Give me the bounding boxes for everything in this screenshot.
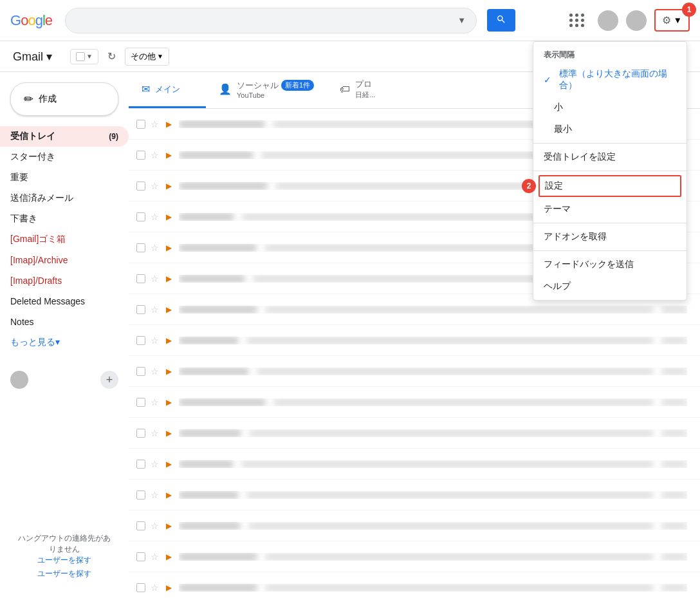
social-tab-icon: 👤 bbox=[219, 83, 232, 95]
star-icon[interactable]: ☆ bbox=[151, 366, 161, 377]
email-row[interactable]: ☆ ▶ bbox=[129, 541, 700, 572]
density-smallest[interactable]: 最小 bbox=[533, 118, 686, 140]
sidebar-item-more[interactable]: もっと見る▾ bbox=[0, 332, 129, 353]
main-tab-icon: ✉ bbox=[142, 83, 150, 95]
important-label: 重要 bbox=[10, 172, 118, 183]
row-checkbox[interactable] bbox=[136, 460, 145, 469]
star-icon[interactable]: ☆ bbox=[151, 119, 161, 129]
promo-tab-content: プロ 日経... bbox=[355, 79, 375, 100]
tab-main[interactable]: ✉ メイン bbox=[129, 72, 206, 108]
search-bar[interactable]: ▼ bbox=[65, 8, 477, 33]
email-subject bbox=[273, 398, 654, 406]
density-small[interactable]: 小 bbox=[533, 97, 686, 118]
row-checkbox[interactable] bbox=[136, 521, 145, 530]
search-input[interactable] bbox=[73, 15, 457, 26]
email-subject bbox=[249, 429, 654, 437]
add-account-button[interactable]: + bbox=[100, 371, 118, 389]
find-users-link-2[interactable]: ユーザーを探す bbox=[37, 569, 91, 578]
social-tab-sub: YouTube bbox=[237, 91, 314, 99]
star-icon[interactable]: ☆ bbox=[151, 150, 161, 160]
compose-button[interactable]: ✏ 作成 bbox=[10, 82, 118, 116]
settings-label: 設定 bbox=[545, 180, 563, 192]
row-checkbox[interactable] bbox=[136, 367, 145, 376]
star-icon[interactable]: ☆ bbox=[151, 181, 161, 191]
gmail-label[interactable]: Gmail ▾ bbox=[13, 50, 52, 64]
checkbox-dropdown[interactable]: ▼ bbox=[86, 53, 93, 60]
row-checkbox[interactable] bbox=[136, 151, 145, 160]
theme-item[interactable]: テーマ bbox=[533, 198, 686, 220]
tab-social[interactable]: 👤 ソーシャル 新着1件 YouTube bbox=[206, 72, 327, 108]
row-checkbox[interactable] bbox=[136, 491, 145, 500]
inbox-config-item[interactable]: 受信トレイを設定 bbox=[533, 146, 686, 168]
star-icon[interactable]: ☆ bbox=[151, 428, 161, 438]
inbox-config-section: 受信トレイを設定 bbox=[533, 144, 686, 171]
row-checkbox[interactable] bbox=[136, 552, 145, 561]
row-checkbox[interactable] bbox=[136, 212, 145, 221]
email-sender bbox=[179, 368, 249, 375]
row-checkbox[interactable] bbox=[136, 336, 145, 345]
email-time bbox=[661, 398, 687, 406]
email-row[interactable]: ☆ ▶ bbox=[129, 418, 700, 449]
email-row[interactable]: ☆ ▶ bbox=[129, 325, 700, 356]
select-all-checkbox[interactable]: ▼ bbox=[70, 49, 98, 64]
email-sender bbox=[179, 275, 245, 283]
row-checkbox[interactable] bbox=[136, 398, 145, 407]
sidebar-item-notes[interactable]: Notes bbox=[0, 312, 129, 332]
checkbox-icon bbox=[76, 52, 85, 61]
star-icon[interactable]: ☆ bbox=[151, 521, 161, 531]
row-checkbox[interactable] bbox=[136, 274, 145, 283]
sidebar-item-imap-drafts[interactable]: [Imap]/Drafts bbox=[0, 270, 129, 291]
sidebar-item-archive[interactable]: [Imap]/Archive bbox=[0, 250, 129, 270]
row-checkbox[interactable] bbox=[136, 243, 145, 252]
star-icon[interactable]: ☆ bbox=[151, 274, 161, 284]
star-icon[interactable]: ☆ bbox=[151, 459, 161, 469]
important-icon: ▶ bbox=[166, 120, 174, 129]
star-icon[interactable]: ☆ bbox=[151, 490, 161, 500]
email-row[interactable]: ☆ ▶ bbox=[129, 449, 700, 480]
feedback-item[interactable]: フィードバックを送信 bbox=[533, 254, 686, 276]
email-sender bbox=[179, 213, 234, 221]
user-avatar-header[interactable] bbox=[626, 10, 647, 31]
sidebar-item-sent[interactable]: 送信済みメール bbox=[0, 188, 129, 209]
density-standard[interactable]: 標準（より大きな画面の場合） bbox=[533, 63, 686, 97]
sidebar-item-inbox[interactable]: 受信トレイ (9) bbox=[0, 126, 129, 147]
star-icon[interactable]: ☆ bbox=[151, 583, 161, 593]
row-checkbox[interactable] bbox=[136, 182, 145, 191]
row-checkbox[interactable] bbox=[136, 120, 145, 129]
email-row[interactable]: ☆ ▶ bbox=[129, 387, 700, 418]
tab-promo[interactable]: 🏷 プロ 日経... bbox=[327, 72, 404, 108]
search-dropdown-icon[interactable]: ▼ bbox=[457, 15, 466, 25]
more-button[interactable]: その他 ▼ bbox=[125, 48, 169, 66]
search-button[interactable] bbox=[487, 9, 515, 32]
email-subject bbox=[246, 337, 654, 344]
account-avatar[interactable] bbox=[598, 10, 618, 31]
inbox-config-label: 受信トレイを設定 bbox=[544, 151, 616, 163]
sidebar-item-trash[interactable]: [Gmail]ゴミ箱 bbox=[0, 229, 129, 250]
star-icon[interactable]: ☆ bbox=[151, 243, 161, 253]
refresh-button[interactable]: ↻ bbox=[104, 46, 120, 66]
settings-item[interactable]: 設定 2 bbox=[539, 175, 681, 197]
row-checkbox[interactable] bbox=[136, 583, 145, 592]
important-icon: ▶ bbox=[166, 521, 174, 530]
important-icon: ▶ bbox=[166, 274, 174, 283]
row-checkbox[interactable] bbox=[136, 429, 145, 438]
imap-drafts-label: [Imap]/Drafts bbox=[10, 276, 118, 286]
sidebar-item-deleted[interactable]: Deleted Messages bbox=[0, 291, 129, 312]
star-icon[interactable]: ☆ bbox=[151, 397, 161, 407]
sidebar-item-drafts[interactable]: 下書き bbox=[0, 209, 129, 229]
sidebar-item-starred[interactable]: スター付き bbox=[0, 147, 129, 167]
help-item[interactable]: ヘルプ bbox=[533, 276, 686, 297]
star-icon[interactable]: ☆ bbox=[151, 335, 161, 346]
sidebar-item-important[interactable]: 重要 bbox=[0, 167, 129, 188]
apps-icon[interactable] bbox=[564, 8, 590, 33]
email-row[interactable]: ☆ ▶ bbox=[129, 480, 700, 510]
find-users-link[interactable]: ユーザーを探す bbox=[37, 556, 91, 565]
email-row[interactable]: ☆ ▶ bbox=[129, 510, 700, 541]
star-icon[interactable]: ☆ bbox=[151, 212, 161, 222]
star-icon[interactable]: ☆ bbox=[151, 304, 161, 315]
email-row[interactable]: ☆ ▶ bbox=[129, 356, 700, 387]
email-row[interactable]: ☆ ▶ bbox=[129, 572, 700, 598]
row-checkbox[interactable] bbox=[136, 305, 145, 314]
star-icon[interactable]: ☆ bbox=[151, 552, 161, 562]
addons-item[interactable]: アドオンを取得 bbox=[533, 226, 686, 248]
